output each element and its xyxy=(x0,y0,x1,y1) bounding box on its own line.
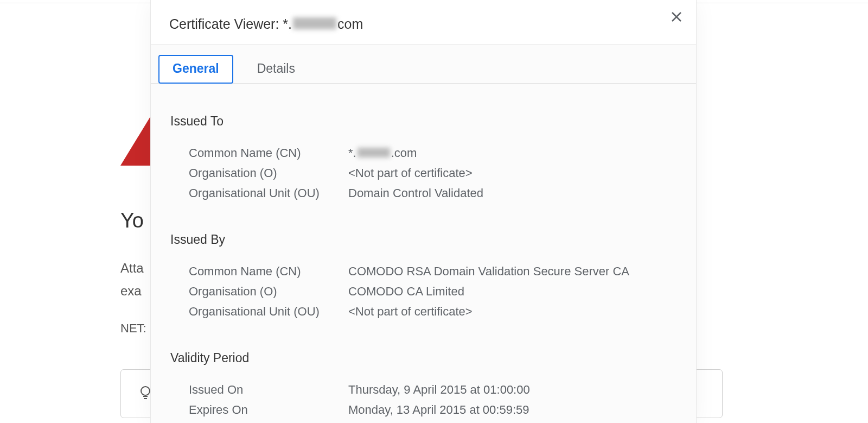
field-row: Common Name (CN) *..com xyxy=(170,144,676,162)
field-label-ou: Organisational Unit (OU) xyxy=(189,184,348,202)
certificate-viewer-dialog: Certificate Viewer: *.com General Detail… xyxy=(151,0,696,423)
section-title: Issued To xyxy=(170,114,676,129)
field-value-o: <Not part of certificate> xyxy=(348,164,676,182)
svg-point-0 xyxy=(141,387,150,395)
section-issued-by: Issued By Common Name (CN) COMODO RSA Do… xyxy=(170,232,676,320)
field-value-expires-on: Monday, 13 April 2015 at 00:59:59 xyxy=(348,401,676,419)
tab-general[interactable]: General xyxy=(158,55,233,84)
field-label-o: Organisation (O) xyxy=(189,282,348,300)
section-issued-to: Issued To Common Name (CN) *..com Organi… xyxy=(170,114,676,202)
title-suffix: com xyxy=(337,16,363,31)
cn-prefix: *. xyxy=(348,146,356,160)
page-heading-fragment: Yo xyxy=(120,209,144,232)
dialog-title: Certificate Viewer: *.com xyxy=(169,16,678,32)
field-value-ou: Domain Control Validated xyxy=(348,184,676,202)
field-label-expires-on: Expires On xyxy=(189,401,348,419)
section-title: Validity Period xyxy=(170,351,676,365)
field-value-cn: *..com xyxy=(348,144,676,162)
page-text-fragment: NET: xyxy=(120,321,146,336)
field-row: Organisation (O) COMODO CA Limited xyxy=(170,282,676,300)
field-row: Organisational Unit (OU) Domain Control … xyxy=(170,184,676,202)
dialog-header: Certificate Viewer: *.com xyxy=(151,0,696,45)
field-label-cn: Common Name (CN) xyxy=(189,262,348,280)
field-label-o: Organisation (O) xyxy=(189,164,348,182)
dialog-body: Issued To Common Name (CN) *..com Organi… xyxy=(151,84,696,423)
field-value-cn: COMODO RSA Domain Validation Secure Serv… xyxy=(348,262,676,280)
page-text-fragment: exa xyxy=(120,283,142,299)
field-row: Common Name (CN) COMODO RSA Domain Valid… xyxy=(170,262,676,280)
title-prefix: Certificate Viewer: *. xyxy=(169,16,292,31)
cn-suffix: .com xyxy=(391,146,417,160)
field-label-issued-on: Issued On xyxy=(189,381,348,399)
field-value-issued-on: Thursday, 9 April 2015 at 01:00:00 xyxy=(348,381,676,399)
field-row: Organisation (O) <Not part of certificat… xyxy=(170,164,676,182)
page-text-fragment: Atta xyxy=(120,261,144,276)
field-row: Organisational Unit (OU) <Not part of ce… xyxy=(170,302,676,320)
bulb-icon xyxy=(139,386,152,406)
field-label-cn: Common Name (CN) xyxy=(189,144,348,162)
redacted-domain xyxy=(293,17,336,29)
section-validity: Validity Period Issued On Thursday, 9 Ap… xyxy=(170,351,676,419)
tab-details[interactable]: Details xyxy=(243,55,309,84)
close-button[interactable] xyxy=(671,10,682,25)
tabs: General Details xyxy=(151,45,696,84)
close-icon xyxy=(671,11,682,22)
field-value-ou: <Not part of certificate> xyxy=(348,302,676,320)
redacted-domain xyxy=(358,148,390,157)
field-row: Expires On Monday, 13 April 2015 at 00:5… xyxy=(170,401,676,419)
field-value-o: COMODO CA Limited xyxy=(348,282,676,300)
field-row: Issued On Thursday, 9 April 2015 at 01:0… xyxy=(170,381,676,399)
section-title: Issued By xyxy=(170,232,676,247)
field-label-ou: Organisational Unit (OU) xyxy=(189,302,348,320)
warning-triangle-icon xyxy=(120,117,150,166)
